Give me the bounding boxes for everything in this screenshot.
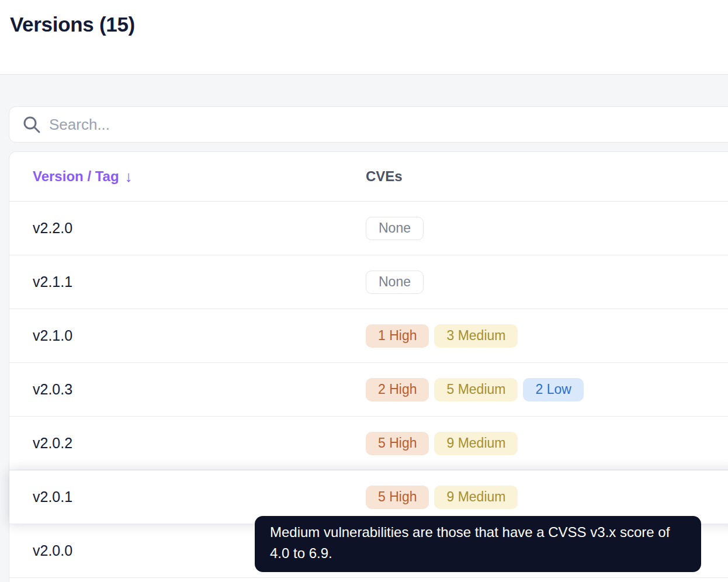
- version-cell: v2.1.0: [9, 327, 366, 344]
- column-header-version-tag[interactable]: Version / Tag ↓: [9, 168, 366, 185]
- cves-cell: None: [366, 217, 728, 240]
- search-icon: [22, 115, 41, 134]
- version-cell: v2.0.2: [9, 435, 366, 452]
- page-title: Versions (15): [10, 13, 135, 36]
- table-row[interactable]: v2.2.0 None: [9, 202, 728, 255]
- sort-descending-arrow-icon: ↓: [125, 169, 133, 184]
- cve-badge-medium[interactable]: 3 Medium: [434, 324, 518, 348]
- cve-badge-high[interactable]: 5 High: [366, 432, 429, 455]
- cves-cell: 5 High9 Medium: [366, 486, 728, 509]
- content-area: Version / Tag ↓ CVEs v2.2.0 None v2.1.1 …: [0, 75, 728, 582]
- table-header-row: Version / Tag ↓ CVEs: [9, 152, 728, 202]
- cve-badge-none[interactable]: None: [366, 271, 424, 294]
- cve-badge-medium[interactable]: 9 Medium: [434, 486, 518, 509]
- column-header-version-tag-label: Version / Tag: [33, 168, 119, 185]
- cves-cell: 2 High5 Medium2 Low: [366, 378, 728, 401]
- page-header: Versions (15): [0, 0, 728, 74]
- cve-badge-high[interactable]: 5 High: [366, 486, 429, 509]
- column-header-cves: CVEs: [366, 168, 728, 185]
- page: Versions (15) Version / Tag ↓ CVEs v2.2.…: [0, 0, 728, 582]
- table-row[interactable]: v2.0.2 5 High9 Medium: [9, 417, 728, 470]
- search-input[interactable]: [49, 116, 728, 134]
- version-cell: v2.0.3: [9, 381, 366, 398]
- cves-cell: 5 High9 Medium: [366, 432, 728, 455]
- search-box[interactable]: [9, 106, 728, 143]
- table-row[interactable]: v2.1.1 None: [9, 255, 728, 309]
- cve-badge-none[interactable]: None: [366, 217, 424, 240]
- cve-badge-high[interactable]: 1 High: [366, 324, 429, 348]
- table-row[interactable]: v2.1.0 1 High3 Medium: [9, 309, 728, 363]
- cves-cell: 1 High3 Medium: [366, 324, 728, 348]
- cve-badge-medium[interactable]: 5 Medium: [434, 378, 518, 401]
- cve-badge-high[interactable]: 2 High: [366, 378, 429, 401]
- tooltip-text: Medium vulnerabilities are those that ha…: [270, 522, 686, 564]
- table-row[interactable]: v2.0.3 2 High5 Medium2 Low: [9, 363, 728, 417]
- version-cell: v2.2.0: [9, 220, 366, 237]
- version-cell: v2.1.1: [9, 273, 366, 290]
- cves-cell: None: [366, 271, 728, 294]
- cve-badge-low[interactable]: 2 Low: [523, 378, 583, 401]
- medium-cve-tooltip: Medium vulnerabilities are those that ha…: [255, 516, 701, 572]
- version-cell: v2.0.1: [9, 489, 366, 505]
- cve-badge-medium[interactable]: 9 Medium: [434, 432, 518, 455]
